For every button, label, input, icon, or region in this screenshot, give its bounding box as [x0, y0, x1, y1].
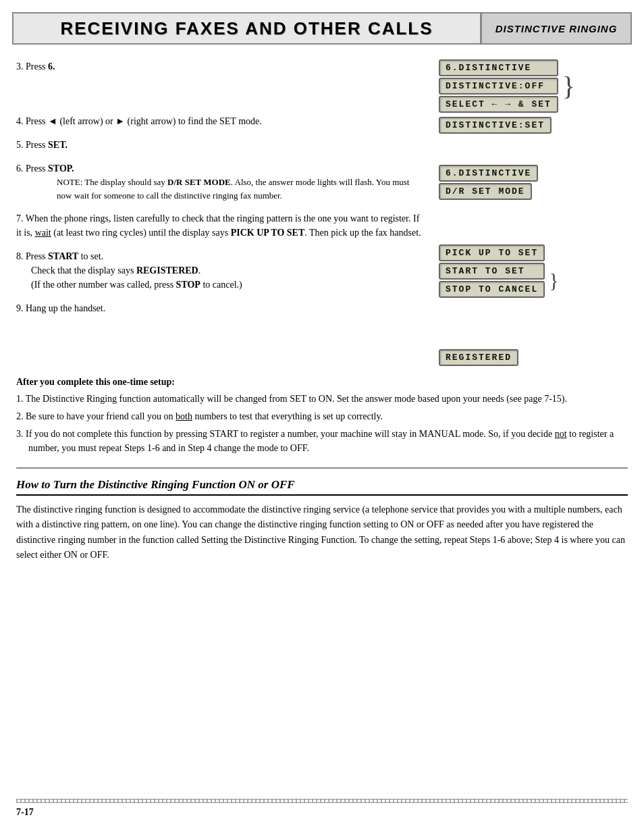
how-to-section-body: The distinctive ringing function is desi… [16, 502, 628, 563]
lcd-stop-to-cancel: STOP TO CANCEL [439, 281, 545, 298]
step-8: 8. Press START to set. Check that the di… [16, 249, 425, 292]
step-8-display: REGISTERED [439, 349, 628, 366]
step-5-number: 5. [16, 140, 24, 150]
step-3: 3. Press 6. [16, 59, 425, 74]
step-8-number: 8. [16, 251, 24, 261]
step7-lcd-stack: START TO SET STOP TO CANCEL [439, 263, 545, 298]
step-9: 9. Hang up the handset. [16, 301, 425, 315]
page-footer: 7-17 [16, 799, 628, 818]
lcd-start-to-set: START TO SET [439, 263, 545, 280]
lcd-distinctive-off: DISTINCTIVE:OFF [439, 78, 558, 95]
step-4-number: 4. [16, 116, 24, 126]
step-3-number: 3. [16, 61, 24, 72]
page-header: RECEIVING FAXES AND OTHER CALLS DISTINCT… [12, 12, 632, 45]
after-section-title: After you complete this one-time setup: [16, 377, 628, 388]
left-column: 3. Press 6. 4. Press ◄ (left arrow) or ►… [16, 59, 439, 370]
step-9-number: 9. [16, 303, 24, 313]
lcd-6-distinctive-2: 6.DISTINCTIVE [439, 165, 538, 182]
footer-divider [16, 799, 628, 803]
how-to-section-title: How to Turn the Distinctive Ringing Func… [16, 478, 628, 496]
right-column: 6.DISTINCTIVE DISTINCTIVE:OFF SELECT ← →… [439, 59, 628, 370]
section-divider [16, 467, 628, 469]
step-7-displays: PICK UP TO SET START TO SET STOP TO CANC… [439, 244, 628, 298]
right-arrow-bracket: } [562, 73, 575, 100]
step-6-displays: 6.DISTINCTIVE D/R SET MODE [439, 165, 628, 200]
page-title: RECEIVING FAXES AND OTHER CALLS [60, 18, 433, 39]
step-6: 6. Press STOP. NOTE: The display should … [16, 161, 425, 202]
step-7: 7. When the phone rings, listen carefull… [16, 211, 425, 240]
lcd-distinctive-set: DISTINCTIVE:SET [439, 117, 552, 134]
after-list-item-3: 3. If you do not complete this function … [16, 427, 628, 455]
step-6-note: NOTE: The display should say D/R SET MOD… [57, 176, 425, 202]
step-6-number: 6. [16, 163, 24, 174]
step-5: 5. Press SET. [16, 138, 425, 152]
after-list: 1. The Distinctive Ringing function auto… [16, 392, 628, 455]
after-section: After you complete this one-time setup: … [16, 377, 628, 455]
step-7-number: 7. [16, 213, 24, 224]
lcd-6-distinctive: 6.DISTINCTIVE [439, 59, 558, 76]
page-subtitle: DISTINCTIVE RINGING [495, 23, 618, 34]
lcd-dr-set-mode: D/R SET MODE [439, 183, 532, 200]
step-4: 4. Press ◄ (left arrow) or ► (right arro… [16, 114, 425, 128]
lcd-pick-up-to-set: PICK UP TO SET [439, 244, 545, 261]
lcd-registered: REGISTERED [439, 349, 518, 366]
step3-lcd-stack: 6.DISTINCTIVE DISTINCTIVE:OFF SELECT ← →… [439, 59, 558, 113]
header-subtitle-area: DISTINCTIVE RINGING [482, 14, 630, 43]
after-list-item-1: 1. The Distinctive Ringing function auto… [16, 392, 628, 406]
after-list-item-2: 2. Be sure to have your friend call you … [16, 409, 628, 423]
header-main-title-area: RECEIVING FAXES AND OTHER CALLS [14, 14, 482, 43]
page-number: 7-17 [16, 807, 34, 817]
lcd-select: SELECT ← → & SET [439, 96, 558, 113]
main-content: 3. Press 6. 4. Press ◄ (left arrow) or ►… [16, 59, 628, 370]
step-3-displays: 6.DISTINCTIVE DISTINCTIVE:OFF SELECT ← →… [439, 59, 628, 134]
right-arrow-bracket-2: } [549, 270, 558, 290]
